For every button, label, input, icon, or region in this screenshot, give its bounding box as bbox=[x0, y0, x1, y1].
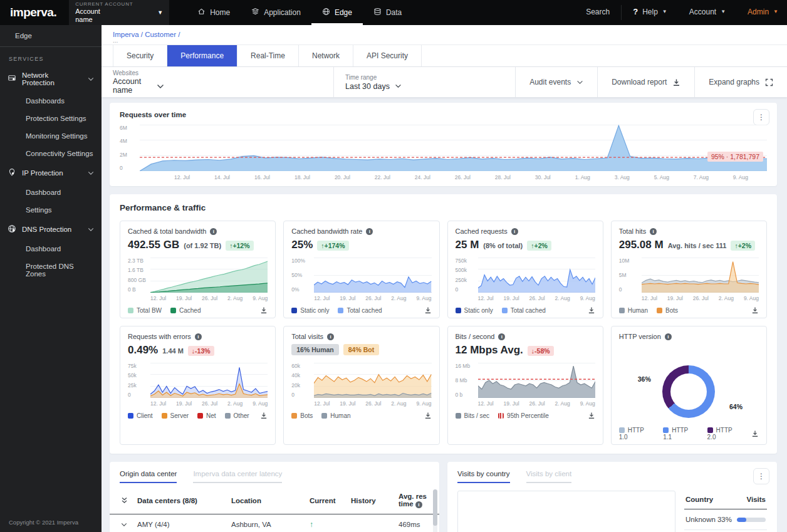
metric-card-cached-total-bandwidth: Cached & total bandwidthi492.55 GB(of 1.… bbox=[120, 221, 276, 318]
trend-badge: ↑+12% bbox=[226, 241, 253, 251]
chevron-down-icon bbox=[576, 80, 583, 85]
expand-all-icon[interactable] bbox=[110, 487, 133, 514]
world-map[interactable] bbox=[457, 491, 675, 532]
home-icon bbox=[197, 8, 206, 18]
http-version-donut[interactable] bbox=[662, 365, 715, 418]
account-menu[interactable]: Account▼ bbox=[676, 0, 734, 25]
y-axis-labels: 16 Mb8 Mb0 b bbox=[456, 363, 478, 398]
row-expand-icon[interactable] bbox=[121, 523, 127, 527]
chart-legend: Static onlyTotal cached bbox=[456, 306, 595, 314]
x-axis-labels: 12. Jul19. Jul26. Jul2. Aug9. Aug bbox=[642, 293, 759, 301]
websites-label: Websites bbox=[113, 70, 322, 76]
col-history[interactable]: History bbox=[347, 487, 395, 514]
metric-title: Total visitsi bbox=[291, 333, 431, 340]
metric-note: (of 1.92 TB) bbox=[184, 242, 221, 249]
country-name: Unknown bbox=[685, 516, 716, 523]
visits-panel-tabs: Visits by countryVisits by client bbox=[457, 470, 767, 483]
chart-legend: BotsHuman bbox=[291, 412, 431, 419]
dc-location: Ashburn, VA bbox=[227, 514, 306, 532]
card-menu-button[interactable]: ⋮ bbox=[753, 468, 769, 484]
trend-badge: ↓-58% bbox=[528, 346, 554, 356]
websites-filter[interactable]: Websites Account name bbox=[102, 67, 333, 97]
sidebar-group-network-protection[interactable]: Network Protection bbox=[0, 66, 102, 92]
download-icon[interactable] bbox=[424, 412, 432, 419]
tab-visits-by-client[interactable]: Visits by client bbox=[526, 470, 572, 483]
trend-badge: ↓-13% bbox=[188, 346, 214, 356]
sidebar-item-monitoring-settings[interactable]: Monitoring Settings bbox=[0, 127, 102, 145]
data-icon bbox=[373, 8, 382, 18]
trend-badge: ↑+2% bbox=[527, 241, 551, 251]
table-row[interactable]: AMY (4/4)Ashburn, VA↑469ms bbox=[110, 514, 439, 532]
tab-origin-data-center[interactable]: Origin data center bbox=[120, 470, 177, 483]
tab-imperva-data-center-latency[interactable]: Imperva data center latency bbox=[193, 470, 282, 483]
y-axis-labels: 2.3 TB1.6 TB800 GB0 B bbox=[128, 258, 150, 293]
col-current[interactable]: Current bbox=[306, 487, 347, 514]
tab-real-time[interactable]: Real-Time bbox=[237, 45, 299, 66]
x-axis-labels: 12. Jul14. Jul16. Jul18. Jul20. Jul22. J… bbox=[140, 171, 767, 180]
download-icon[interactable] bbox=[588, 306, 595, 314]
col-data-centers[interactable]: Data centers (8/8) bbox=[133, 487, 227, 514]
sidebar-group-dns-protection[interactable]: DNS Protection bbox=[0, 219, 102, 240]
current-account-selector[interactable]: CURRENT ACCOUNT Account name ▼ bbox=[69, 0, 169, 25]
tab-api-security[interactable]: API Security bbox=[353, 45, 422, 66]
download-icon[interactable] bbox=[588, 412, 595, 419]
list-item[interactable]: Unknown33% bbox=[684, 509, 767, 530]
download-icon[interactable] bbox=[424, 306, 432, 314]
sidebar-item-connectivity-settings[interactable]: Connectivity Settings bbox=[0, 145, 102, 162]
sidebar-group-ip-protection[interactable]: IP Protection bbox=[0, 162, 102, 184]
sidebar-item-dashboard[interactable]: Dashboard bbox=[0, 240, 102, 258]
col-country[interactable]: Country bbox=[685, 496, 713, 503]
sidebar-item-settings[interactable]: Settings bbox=[0, 201, 102, 219]
metric-value: 25 M bbox=[456, 239, 479, 251]
tab-security[interactable]: Security bbox=[113, 45, 167, 66]
search-button[interactable]: Search bbox=[573, 0, 618, 25]
table-scrollbar[interactable] bbox=[433, 489, 437, 532]
sidebar-item-protected-dns-zones[interactable]: Protected DNS Zones bbox=[0, 258, 102, 283]
metric-chart[interactable] bbox=[314, 258, 431, 293]
sidebar-item-edge[interactable]: Edge bbox=[0, 25, 102, 46]
download-icon[interactable] bbox=[751, 306, 759, 314]
time-range-filter[interactable]: Time range Last 30 days bbox=[334, 67, 413, 97]
trend-badge: ↑+174% bbox=[317, 241, 348, 251]
col-location[interactable]: Location bbox=[227, 487, 306, 514]
metric-chart[interactable] bbox=[314, 363, 431, 398]
nav-item-home[interactable]: Home bbox=[187, 0, 241, 25]
audit-events-dropdown[interactable]: Audit events bbox=[515, 67, 597, 97]
status-up-arrow-icon: ↑ bbox=[310, 520, 313, 529]
download-icon[interactable] bbox=[260, 412, 268, 419]
requests-chart[interactable]: 95% · 1,781,797 bbox=[140, 125, 767, 171]
navbar-divider bbox=[621, 5, 622, 20]
card-menu-button[interactable]: ⋮ bbox=[753, 109, 769, 125]
sidebar-item-dashboards[interactable]: Dashboards bbox=[0, 92, 102, 110]
help-menu[interactable]: ?Help▼ bbox=[624, 0, 676, 25]
metric-title: Bits / secondi bbox=[456, 333, 595, 340]
origin-data-center-panel: Origin data centerImperva data center la… bbox=[110, 462, 439, 532]
performance-traffic-card: Performance & traffic Cached & total ban… bbox=[110, 194, 777, 454]
breadcrumb[interactable]: Imperva / Customer / bbox=[113, 31, 776, 38]
nav-item-application[interactable]: Application bbox=[241, 0, 311, 25]
download-icon[interactable] bbox=[751, 430, 759, 437]
chevron-down-icon bbox=[88, 227, 94, 232]
tab-network[interactable]: Network bbox=[299, 45, 353, 66]
nav-item-edge[interactable]: Edge bbox=[311, 0, 363, 25]
download-report-button[interactable]: Download report bbox=[597, 67, 694, 97]
chevron-down-icon bbox=[88, 77, 94, 81]
expand-graphs-button[interactable]: Expand graphs bbox=[694, 67, 787, 97]
metric-chart[interactable] bbox=[642, 258, 759, 293]
metric-chart[interactable] bbox=[150, 363, 268, 398]
time-range-label: Time range bbox=[345, 74, 402, 81]
info-icon: i bbox=[511, 228, 518, 235]
col-visits[interactable]: Visits bbox=[747, 496, 766, 503]
nav-item-data[interactable]: Data bbox=[363, 0, 412, 25]
sidebar-item-dashboard[interactable]: Dashboard bbox=[0, 184, 102, 201]
metric-chart[interactable] bbox=[150, 258, 268, 293]
admin-menu[interactable]: Admin▼ bbox=[734, 0, 787, 25]
y-axis-labels: 60k40k20k0 bbox=[291, 363, 314, 398]
chart-legend: Bits / sec95th Percentile bbox=[456, 412, 595, 419]
tab-visits-by-country[interactable]: Visits by country bbox=[457, 470, 510, 483]
metric-chart[interactable] bbox=[478, 363, 595, 398]
metric-chart[interactable] bbox=[478, 258, 595, 293]
tab-performance[interactable]: Performance bbox=[167, 45, 237, 66]
sidebar-item-protection-settings[interactable]: Protection Settings bbox=[0, 110, 102, 127]
download-icon[interactable] bbox=[260, 306, 268, 314]
